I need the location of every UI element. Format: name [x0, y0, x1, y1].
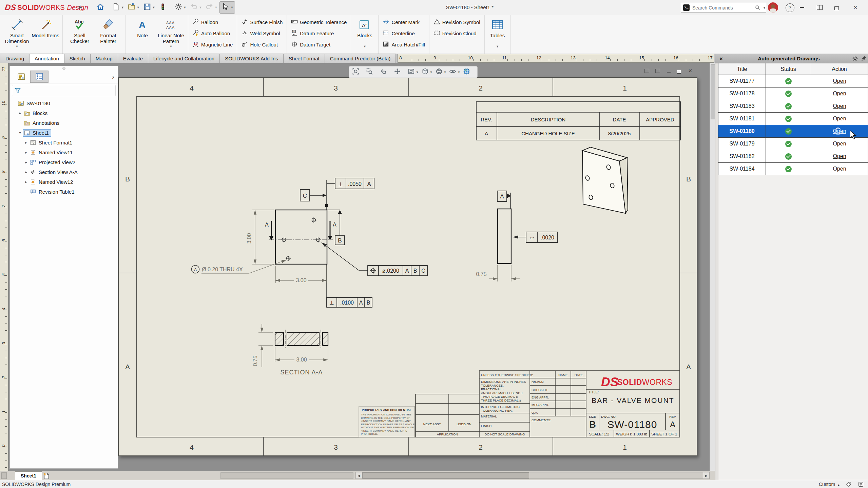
- search-input[interactable]: [692, 5, 755, 11]
- dropdown-arrow-icon[interactable]: ▼: [184, 6, 187, 9]
- tree-item[interactable]: SW-01180: [10, 98, 118, 108]
- drawing-sheet[interactable]: 43 21 43 21 BA BA REV.: [118, 77, 697, 456]
- command-tab[interactable]: Annotation: [29, 54, 64, 63]
- view-tool-button[interactable]: ▼: [421, 68, 434, 76]
- isometric-view[interactable]: [582, 147, 628, 213]
- restore-document-button[interactable]: [676, 68, 682, 74]
- split-view-button[interactable]: [813, 3, 826, 12]
- quick-access-button[interactable]: ▼: [189, 2, 204, 13]
- close-button[interactable]: ✕: [849, 3, 862, 12]
- ribbon-button[interactable]: Area Hatch/Fill: [381, 39, 426, 50]
- tree-item[interactable]: Blocks: [10, 108, 118, 118]
- sheet-tab-sheet1[interactable]: Sheet1: [15, 471, 42, 480]
- close-document-button[interactable]: ✕: [687, 68, 693, 74]
- quick-access-button[interactable]: ▼: [173, 2, 188, 13]
- dropdown-arrow-icon[interactable]: ▼: [199, 6, 202, 9]
- tree-item[interactable]: Named View11: [10, 148, 118, 157]
- ribbon-button[interactable]: A°Blocks▼: [354, 16, 375, 48]
- panel-settings-icon[interactable]: [851, 56, 860, 62]
- view-tool-button[interactable]: ▼: [435, 68, 448, 76]
- view-tool-button[interactable]: ▼: [393, 68, 406, 76]
- ribbon-button[interactable]: AbcSpell Checker▼: [65, 16, 94, 48]
- minimize-button[interactable]: [796, 3, 808, 12]
- tree-item[interactable]: Revision Table1: [10, 187, 118, 197]
- scroll-right-icon[interactable]: ▶: [703, 472, 710, 479]
- tree-item[interactable]: Projected View2: [10, 157, 118, 167]
- search-dropdown-icon[interactable]: ▼: [763, 6, 766, 9]
- ribbon-button[interactable]: Center Mark: [381, 17, 421, 27]
- scroll-left-icon[interactable]: ◀: [355, 472, 362, 479]
- expand-arrow-icon[interactable]: [17, 111, 23, 115]
- collapse-panel-button[interactable]: «: [715, 55, 727, 62]
- scrollbar-thumb[interactable]: [362, 472, 529, 479]
- menu-expand-icon[interactable]: ▶: [79, 4, 82, 9]
- drawing-row[interactable]: SW-01184 Open: [718, 163, 868, 175]
- drawing-row[interactable]: SW-01181 Open: [718, 113, 868, 125]
- quick-access-button[interactable]: ▼: [142, 2, 157, 13]
- tree-filter-bar[interactable]: [12, 85, 116, 96]
- expand-arrow-icon[interactable]: [23, 170, 29, 174]
- ribbon-button[interactable]: Model Items▼: [31, 16, 60, 48]
- drawing-row[interactable]: SW-01182 Open: [718, 150, 868, 163]
- ribbon-button[interactable]: Datum Target: [290, 39, 332, 50]
- view-tool-button[interactable]: ▼: [351, 68, 364, 76]
- ribbon-button[interactable]: Magnetic Line: [191, 39, 234, 50]
- dropdown-arrow-icon[interactable]: ▼: [230, 6, 233, 9]
- gdt-frame-perpendicularity-top[interactable]: ⊥ .0050 A: [335, 178, 374, 189]
- quick-access-button[interactable]: ▼: [95, 2, 110, 13]
- add-sheet-icon[interactable]: [42, 472, 51, 480]
- ribbon-button[interactable]: Geometric Tolerance: [290, 17, 348, 27]
- quick-access-button[interactable]: ▼: [157, 2, 172, 13]
- open-link[interactable]: Open: [833, 78, 846, 84]
- ribbon-button[interactable]: Surface Finish: [240, 17, 284, 27]
- tag-icon[interactable]: [846, 481, 852, 487]
- command-tab[interactable]: Lifecycle and Collaboration: [148, 54, 220, 63]
- open-link[interactable]: Open: [833, 141, 846, 147]
- quick-access-button[interactable]: ▼: [219, 1, 235, 14]
- view-tool-button[interactable]: ▼: [365, 68, 378, 76]
- command-tab[interactable]: Drawing: [0, 54, 30, 63]
- dropdown-arrow-icon[interactable]: ▼: [152, 6, 155, 9]
- ribbon-button[interactable]: Balloon: [191, 17, 219, 27]
- view-tool-button[interactable]: ▼: [448, 68, 461, 76]
- ribbon-button[interactable]: Weld Symbol: [240, 28, 281, 38]
- note-icon[interactable]: [858, 481, 864, 487]
- ribbon-button[interactable]: ADatum Feature: [290, 28, 335, 38]
- panel-expand-chevron[interactable]: ›: [112, 73, 114, 81]
- expand-arrow-icon[interactable]: [23, 160, 29, 164]
- search-commands-box[interactable]: >_ ▼: [681, 3, 766, 13]
- units-selector[interactable]: Custom ▴: [819, 482, 840, 487]
- drawing-row[interactable]: SW-01180 Open: [718, 125, 868, 138]
- tree-item[interactable]: A Annotations: [10, 118, 118, 128]
- ribbon-button[interactable]: 1Revision Symbol: [432, 17, 482, 27]
- tab-splitter[interactable]: [220, 472, 353, 479]
- command-tab[interactable]: Markup: [90, 54, 118, 63]
- drawing-row[interactable]: SW-01179 Open: [718, 138, 868, 150]
- dropdown-arrow-icon[interactable]: ▼: [121, 6, 124, 9]
- open-link[interactable]: Open: [833, 91, 846, 97]
- command-tab[interactable]: Evaluate: [118, 54, 148, 63]
- command-tab[interactable]: SOLIDWORKS Add-Ins: [219, 54, 284, 63]
- drawing-viewport[interactable]: 43 21 43 21 BA BA REV.: [8, 63, 710, 471]
- drawing-row[interactable]: SW-01183 Open: [718, 100, 868, 113]
- ribbon-button[interactable]: Hole Callout: [240, 39, 279, 50]
- tree-item[interactable]: Sheet1: [10, 128, 118, 138]
- view-tool-button[interactable]: ▼: [407, 68, 420, 76]
- tree-item[interactable]: Section View A-A: [10, 167, 118, 177]
- user-avatar[interactable]: [768, 2, 778, 13]
- command-tab[interactable]: Command Predictor (Beta): [325, 54, 396, 63]
- property-manager-tab[interactable]: [30, 71, 49, 83]
- tree-item[interactable]: Sheet Format1: [10, 138, 118, 148]
- command-tab[interactable]: Sketch: [64, 54, 91, 63]
- expand-arrow-icon[interactable]: [23, 150, 29, 155]
- expand-arrow-icon[interactable]: [17, 131, 23, 135]
- tab-scroll-button[interactable]: [1, 472, 7, 479]
- ribbon-button[interactable]: Format Painter▼: [94, 16, 122, 48]
- drawing-row[interactable]: SW-01178 Open: [718, 87, 868, 100]
- dropdown-arrow-icon[interactable]: ▼: [137, 6, 140, 9]
- ribbon-button[interactable]: AAAAAALinear Note Pattern▼: [157, 16, 185, 48]
- tree-item[interactable]: Named View12: [10, 177, 118, 187]
- ribbon-button[interactable]: ANote▼: [128, 16, 157, 48]
- pin-panel-icon[interactable]: [860, 56, 868, 62]
- expand-arrow-icon[interactable]: [23, 140, 29, 145]
